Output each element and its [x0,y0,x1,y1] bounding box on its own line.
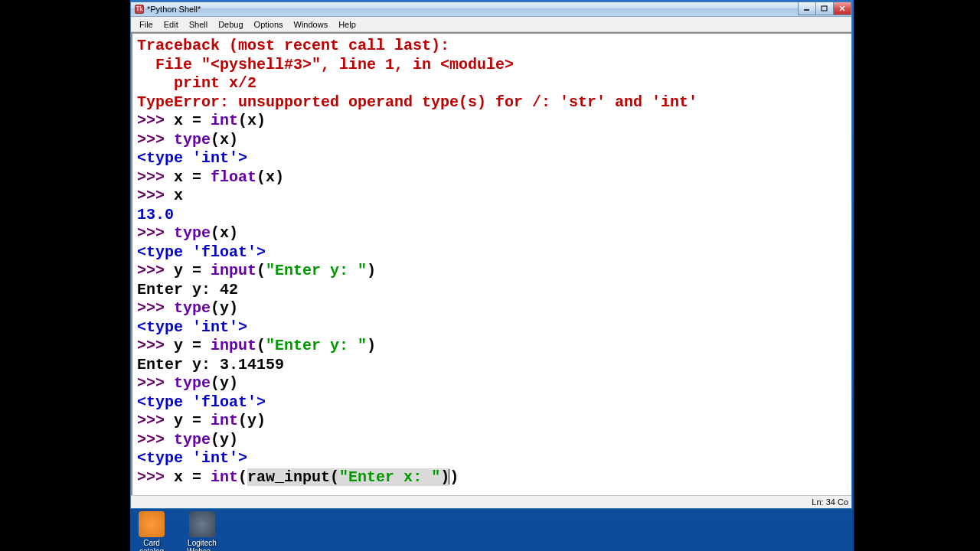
code-line: >>> y = int(y) [137,412,847,431]
io-line: Enter y: 3.14159 [137,356,847,375]
menu-help[interactable]: Help [333,18,361,31]
folder-icon [139,511,165,537]
output-line: <type 'float'> [137,243,847,262]
tk-icon: Tk [135,5,144,14]
code-line: >>> x = int(x) [137,112,847,131]
menu-file[interactable]: File [134,18,158,31]
code-line: >>> x [137,187,847,206]
output-line: <type 'int'> [137,149,847,168]
titlebar[interactable]: Tk *Python Shell* [131,2,851,17]
close-button[interactable] [833,2,851,15]
svg-rect-1 [822,6,827,11]
output-line: <type 'float'> [137,393,847,412]
code-line: >>> y = input("Enter y: ") [137,337,847,356]
svg-rect-0 [804,9,809,11]
traceback-line: File "<pyshell#3>", line 1, in <module> [137,56,847,75]
window-title: *Python Shell* [147,5,201,14]
menu-debug[interactable]: Debug [213,18,248,31]
menubar: File Edit Shell Debug Options Windows He… [131,17,851,32]
code-line: >>> y = input("Enter y: ") [137,262,847,281]
code-line: >>> type(x) [137,224,847,243]
menu-edit[interactable]: Edit [158,18,184,31]
maximize-button[interactable] [815,2,834,15]
minimize-button[interactable] [798,2,816,15]
desktop-icon-card-catalog[interactable]: Card catalog [130,511,173,551]
code-line: >>> type(y) [137,299,847,318]
shell-text-area[interactable]: Traceback (most recent call last): File … [131,32,851,495]
output-line: <type 'int'> [137,318,847,337]
traceback-line: print x/2 [137,74,847,93]
code-line: >>> type(x) [137,131,847,150]
traceback-line: Traceback (most recent call last): [137,37,847,56]
webcam-icon [189,511,215,537]
menu-options[interactable]: Options [249,18,289,31]
output-line: 13.0 [137,206,847,225]
code-line: >>> type(y) [137,374,847,393]
io-line: Enter y: 42 [137,281,847,300]
current-input-line: >>> x = int(raw_input("Enter x: ")) [137,468,847,487]
desktop-icons: Card catalog Logitech Webca... [130,511,224,551]
menu-windows[interactable]: Windows [289,18,334,31]
menu-shell[interactable]: Shell [184,18,213,31]
desktop-icon-logitech[interactable]: Logitech Webca... [181,511,224,551]
code-line: >>> x = float(x) [137,168,847,187]
traceback-line: TypeError: unsupported operand type(s) f… [137,93,847,112]
window-controls [799,2,851,15]
cursor-position: Ln: 34 Co [812,497,848,507]
code-line: >>> type(y) [137,431,847,450]
python-shell-window: Tk *Python Shell* File Edit Shell Debug … [130,2,852,509]
output-line: <type 'int'> [137,449,847,468]
status-bar: Ln: 34 Co [131,495,851,508]
